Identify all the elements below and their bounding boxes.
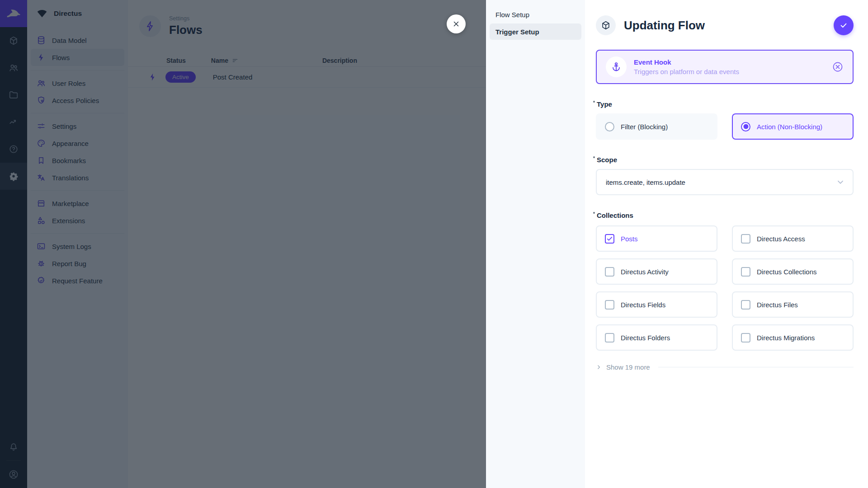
radio-label: Action (Non-Blocking)	[757, 123, 822, 131]
type-label: Type	[597, 100, 612, 108]
checkbox-label: Directus Folders	[621, 334, 670, 342]
chevron-right-icon	[596, 364, 602, 370]
checkbox-directus-folders[interactable]: Directus Folders	[596, 324, 717, 351]
drawer-nav: Flow Setup Trigger Setup	[486, 0, 585, 488]
collections-grid: Posts Directus Access Directus Activity …	[596, 225, 854, 351]
radio-label: Filter (Blocking)	[621, 123, 668, 131]
radio-filter-blocking[interactable]: Filter (Blocking)	[596, 113, 717, 140]
anchor-icon	[606, 56, 627, 77]
drawer-title: Updating Flow	[624, 19, 705, 33]
radio-action-non-blocking[interactable]: Action (Non-Blocking)	[732, 113, 854, 140]
drawer-icon-circle	[596, 15, 616, 35]
radio-icon	[605, 122, 614, 131]
checkbox-icon	[741, 300, 750, 310]
box-icon	[601, 20, 611, 30]
scope-select[interactable]: items.create, items.update	[596, 169, 854, 195]
divider	[658, 367, 854, 367]
checkbox-directus-migrations[interactable]: Directus Migrations	[732, 324, 854, 351]
checkbox-label: Directus Files	[757, 301, 798, 309]
checkbox-directus-fields[interactable]: Directus Fields	[596, 291, 717, 318]
drawer-overlay[interactable]	[0, 0, 486, 488]
checkbox-directus-files[interactable]: Directus Files	[732, 291, 854, 318]
checkbox-directus-collections[interactable]: Directus Collections	[732, 258, 854, 285]
checkbox-label: Posts	[621, 235, 638, 243]
scope-label: Scope	[597, 156, 617, 164]
close-drawer-button[interactable]	[447, 14, 466, 33]
type-options: Filter (Blocking) Action (Non-Blocking)	[596, 113, 854, 140]
checkbox-label: Directus Migrations	[757, 334, 815, 342]
drawer-nav-flow-setup[interactable]: Flow Setup	[490, 6, 581, 23]
checkbox-directus-activity[interactable]: Directus Activity	[596, 258, 717, 285]
scope-value: items.create, items.update	[606, 178, 685, 186]
show-more-label: Show 19 more	[606, 363, 650, 371]
event-hook-banner[interactable]: Event Hook Triggers on platform or data …	[596, 50, 854, 84]
drawer-nav-trigger-setup[interactable]: Trigger Setup	[490, 23, 581, 40]
checkbox-label: Directus Access	[757, 235, 805, 243]
checkbox-posts[interactable]: Posts	[596, 225, 717, 252]
checkbox-icon	[605, 267, 614, 277]
radio-checked-icon	[741, 122, 750, 131]
checkbox-icon	[605, 333, 614, 343]
checkbox-label: Directus Activity	[621, 268, 669, 276]
checkbox-icon	[741, 267, 750, 277]
drawer: Updating Flow Event Hook Triggers on pla…	[585, 0, 868, 488]
checkbox-label: Directus Collections	[757, 268, 817, 276]
banner-title: Event Hook	[634, 58, 739, 66]
close-icon	[452, 20, 460, 28]
checkbox-label: Directus Fields	[621, 301, 665, 309]
drawer-header: Updating Flow	[596, 0, 854, 47]
checkbox-icon	[605, 300, 614, 310]
checkbox-directus-access[interactable]: Directus Access	[732, 225, 854, 252]
banner-subtitle: Triggers on platform or data events	[634, 68, 739, 75]
checkbox-icon	[741, 333, 750, 343]
checkbox-icon	[741, 234, 750, 244]
show-more-button[interactable]: Show 19 more	[596, 363, 854, 371]
remove-trigger-icon[interactable]	[832, 61, 844, 73]
check-icon	[839, 21, 848, 30]
save-button[interactable]	[834, 15, 854, 35]
collections-label: Collections	[597, 211, 633, 219]
chevron-down-icon	[835, 177, 845, 187]
checkbox-checked-icon	[605, 234, 614, 244]
